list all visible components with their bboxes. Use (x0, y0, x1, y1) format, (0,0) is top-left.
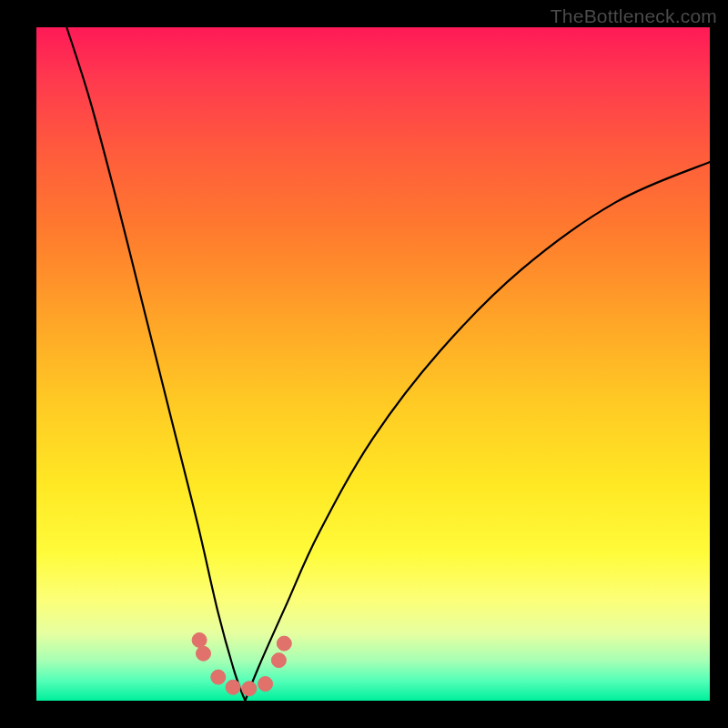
data-point (211, 670, 226, 684)
data-point (192, 632, 207, 647)
data-point (226, 680, 240, 694)
data-points (192, 632, 291, 695)
right-curve (245, 162, 710, 701)
watermark-text: TheBottleneck.com (551, 5, 717, 27)
chart-svg (36, 27, 710, 701)
data-point (271, 653, 286, 668)
data-point (197, 646, 211, 661)
data-point (242, 682, 257, 696)
data-point (277, 636, 291, 651)
left-curve (66, 27, 245, 701)
data-point (258, 677, 273, 692)
plot-area (36, 27, 710, 701)
chart-frame: TheBottleneck.com (0, 0, 728, 728)
